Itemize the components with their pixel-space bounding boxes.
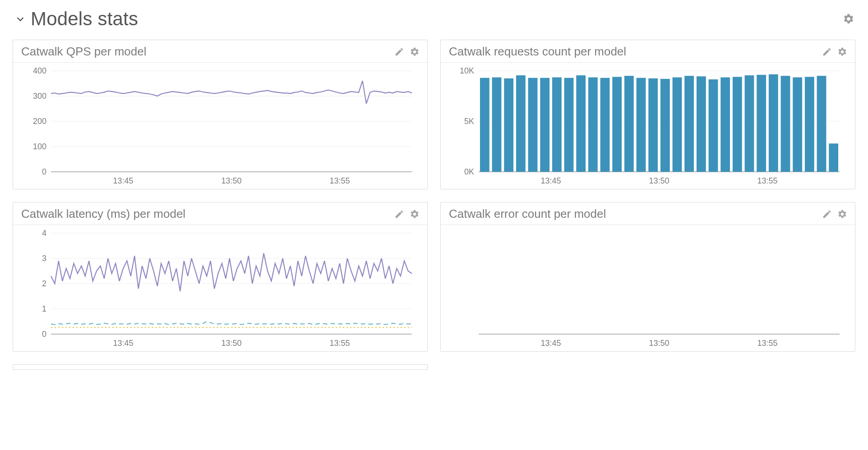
svg-text:13:45: 13:45	[113, 176, 133, 185]
svg-rect-46	[769, 74, 778, 172]
svg-rect-48	[793, 78, 802, 172]
svg-text:4: 4	[42, 229, 46, 238]
svg-rect-25	[516, 75, 526, 172]
svg-rect-35	[637, 78, 646, 172]
svg-rect-50	[817, 76, 826, 172]
svg-text:10K: 10K	[460, 66, 474, 75]
panel-title: Catwalk QPS per model	[21, 45, 146, 59]
chart-qps[interactable]: 010020030040013:4513:5013:55	[24, 67, 416, 188]
panel-title: Catwalk latency (ms) per model	[21, 207, 185, 221]
gear-icon	[837, 47, 847, 57]
panel-title: Catwalk error count per model	[449, 207, 606, 221]
svg-rect-31	[588, 78, 598, 172]
svg-rect-45	[757, 75, 766, 172]
svg-rect-34	[624, 76, 634, 172]
edit-panel-button[interactable]	[393, 208, 406, 220]
panel-settings-button[interactable]	[408, 46, 421, 58]
panel-settings-button[interactable]	[408, 208, 421, 220]
svg-text:13:50: 13:50	[221, 339, 241, 348]
svg-text:1: 1	[42, 304, 46, 313]
svg-rect-30	[576, 75, 586, 172]
gear-icon	[410, 209, 420, 219]
svg-rect-42	[720, 78, 730, 172]
pencil-icon	[394, 209, 404, 219]
svg-text:13:55: 13:55	[757, 339, 777, 348]
svg-rect-26	[528, 78, 538, 172]
next-row-stub	[13, 364, 855, 370]
edit-panel-button[interactable]	[821, 208, 833, 220]
svg-text:13:55: 13:55	[329, 339, 350, 348]
svg-rect-32	[600, 78, 610, 172]
pencil-icon	[822, 47, 832, 57]
panel-settings-button[interactable]	[836, 46, 849, 58]
panel-header: Catwalk error count per model	[441, 202, 855, 225]
svg-rect-41	[709, 79, 718, 172]
svg-text:13:45: 13:45	[540, 339, 561, 348]
svg-text:0K: 0K	[464, 167, 474, 176]
svg-rect-36	[648, 78, 658, 172]
svg-text:0: 0	[42, 330, 46, 339]
panel-header: Catwalk QPS per model	[13, 40, 427, 63]
svg-text:200: 200	[33, 117, 46, 126]
svg-rect-27	[540, 78, 549, 172]
pencil-icon	[822, 209, 832, 219]
svg-rect-22	[480, 78, 489, 172]
svg-rect-29	[564, 78, 574, 172]
svg-rect-47	[781, 76, 790, 172]
svg-rect-49	[805, 77, 814, 172]
section-settings-button[interactable]	[842, 12, 855, 26]
gear-icon	[843, 13, 854, 25]
gear-icon	[410, 47, 420, 57]
edit-panel-button[interactable]	[821, 46, 833, 58]
svg-rect-43	[733, 77, 742, 172]
section-header: Models stats	[13, 8, 855, 30]
svg-text:100: 100	[33, 142, 46, 151]
svg-rect-28	[552, 78, 562, 172]
panel-stub	[13, 364, 428, 370]
svg-rect-44	[745, 75, 754, 172]
panel-title: Catwalk requests count per model	[449, 45, 626, 59]
svg-text:0: 0	[42, 167, 46, 176]
svg-text:5K: 5K	[464, 117, 474, 126]
collapse-toggle[interactable]	[13, 11, 28, 27]
pencil-icon	[394, 47, 404, 57]
svg-text:13:50: 13:50	[649, 176, 669, 185]
panel-settings-button[interactable]	[836, 208, 849, 220]
svg-text:400: 400	[33, 66, 46, 75]
panel-requests: Catwalk requests count per model 0K5K10K…	[440, 40, 855, 189]
chevron-down-icon	[15, 14, 25, 24]
panel-header: Catwalk latency (ms) per model	[13, 202, 427, 225]
svg-text:3: 3	[42, 254, 46, 263]
edit-panel-button[interactable]	[393, 46, 406, 58]
panel-qps: Catwalk QPS per model 010020030040013:45…	[13, 40, 428, 189]
svg-text:13:45: 13:45	[113, 339, 133, 348]
svg-rect-39	[684, 76, 694, 172]
svg-text:13:50: 13:50	[649, 339, 669, 348]
svg-rect-23	[492, 78, 502, 172]
chart-requests[interactable]: 0K5K10K13:4513:5013:55	[452, 67, 844, 188]
panel-latency: Catwalk latency (ms) per model 0123413:4…	[13, 202, 428, 352]
svg-rect-37	[660, 79, 670, 172]
svg-text:13:50: 13:50	[221, 176, 241, 185]
svg-text:13:55: 13:55	[757, 176, 777, 185]
svg-text:2: 2	[42, 279, 46, 288]
section-title: Models stats	[31, 8, 138, 30]
svg-text:300: 300	[33, 92, 46, 101]
svg-rect-40	[697, 76, 706, 172]
panel-errors: Catwalk error count per model 13:4513:50…	[440, 202, 855, 352]
svg-text:13:55: 13:55	[329, 176, 350, 185]
svg-rect-33	[612, 77, 622, 172]
chart-latency[interactable]: 0123413:4513:5013:55	[24, 230, 416, 350]
gear-icon	[837, 209, 847, 219]
chart-errors[interactable]: 13:4513:5013:55	[452, 230, 844, 350]
svg-text:13:45: 13:45	[540, 176, 561, 185]
svg-rect-38	[673, 78, 682, 172]
svg-rect-51	[829, 143, 838, 172]
svg-rect-24	[504, 78, 513, 172]
panel-header: Catwalk requests count per model	[441, 40, 855, 63]
